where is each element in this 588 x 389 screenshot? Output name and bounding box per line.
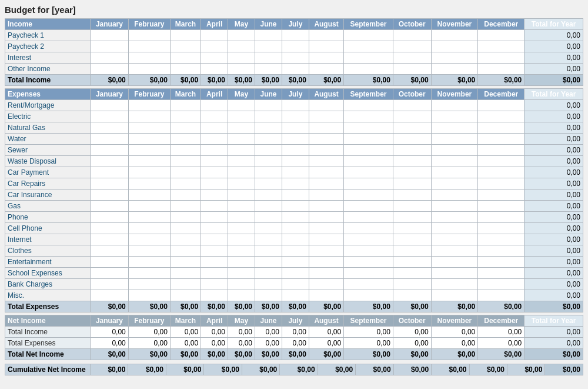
expense-cell[interactable] [309, 268, 343, 279]
expense-cell[interactable] [431, 111, 478, 122]
income-cell[interactable] [91, 52, 129, 64]
expense-cell[interactable] [431, 178, 478, 189]
expense-cell[interactable] [170, 167, 201, 178]
expense-cell[interactable] [393, 268, 431, 279]
expense-cell[interactable] [128, 201, 170, 212]
expense-cell[interactable] [282, 212, 309, 223]
income-cell[interactable] [228, 64, 255, 75]
income-cell[interactable] [255, 64, 282, 75]
expense-cell[interactable] [128, 111, 170, 122]
expense-cell[interactable] [128, 212, 170, 223]
income-cell[interactable] [255, 52, 282, 64]
expense-cell[interactable] [255, 167, 282, 178]
income-cell[interactable] [393, 41, 431, 52]
expense-cell[interactable] [228, 145, 255, 156]
expense-cell[interactable] [91, 111, 129, 122]
expense-cell[interactable] [431, 134, 478, 145]
income-cell[interactable] [282, 52, 309, 64]
expense-cell[interactable] [393, 245, 431, 257]
expense-cell[interactable] [309, 189, 343, 201]
income-cell[interactable] [170, 52, 201, 64]
expense-cell[interactable] [91, 279, 129, 290]
expense-cell[interactable] [91, 201, 129, 212]
income-cell[interactable] [431, 52, 478, 64]
expense-cell[interactable] [431, 212, 478, 223]
income-cell[interactable] [393, 30, 431, 41]
expense-cell[interactable] [393, 167, 431, 178]
expense-cell[interactable] [478, 245, 524, 257]
expense-cell[interactable] [170, 145, 201, 156]
expense-cell[interactable] [91, 223, 129, 234]
expense-cell[interactable] [128, 134, 170, 145]
expense-cell[interactable] [170, 156, 201, 167]
expense-cell[interactable] [255, 245, 282, 257]
expense-cell[interactable] [228, 257, 255, 268]
expense-cell[interactable] [344, 245, 393, 257]
expense-cell[interactable] [91, 245, 129, 257]
expense-cell[interactable] [478, 167, 524, 178]
income-cell[interactable] [344, 52, 393, 64]
expense-cell[interactable] [282, 122, 309, 134]
expense-cell[interactable] [431, 167, 478, 178]
expense-cell[interactable] [309, 234, 343, 245]
expense-cell[interactable] [393, 100, 431, 111]
expense-cell[interactable] [344, 156, 393, 167]
expense-cell[interactable] [91, 134, 129, 145]
expense-cell[interactable] [201, 134, 228, 145]
expense-cell[interactable] [478, 234, 524, 245]
expense-cell[interactable] [478, 156, 524, 167]
expense-cell[interactable] [201, 245, 228, 257]
expense-cell[interactable] [478, 290, 524, 301]
expense-cell[interactable] [344, 212, 393, 223]
expense-cell[interactable] [228, 212, 255, 223]
expense-cell[interactable] [309, 245, 343, 257]
expense-cell[interactable] [282, 134, 309, 145]
expense-cell[interactable] [91, 212, 129, 223]
expense-cell[interactable] [170, 223, 201, 234]
income-cell[interactable] [478, 41, 524, 52]
expense-cell[interactable] [344, 290, 393, 301]
expense-cell[interactable] [255, 201, 282, 212]
income-cell[interactable] [91, 30, 129, 41]
expense-cell[interactable] [344, 234, 393, 245]
expense-cell[interactable] [170, 290, 201, 301]
expense-cell[interactable] [344, 223, 393, 234]
expense-cell[interactable] [393, 257, 431, 268]
expense-cell[interactable] [309, 134, 343, 145]
expense-cell[interactable] [431, 201, 478, 212]
expense-cell[interactable] [431, 156, 478, 167]
expense-cell[interactable] [228, 245, 255, 257]
expense-cell[interactable] [128, 223, 170, 234]
income-cell[interactable] [282, 41, 309, 52]
expense-cell[interactable] [282, 257, 309, 268]
expense-cell[interactable] [431, 268, 478, 279]
expense-cell[interactable] [309, 201, 343, 212]
expense-cell[interactable] [201, 145, 228, 156]
expense-cell[interactable] [478, 212, 524, 223]
expense-cell[interactable] [478, 111, 524, 122]
expense-cell[interactable] [128, 167, 170, 178]
expense-cell[interactable] [201, 201, 228, 212]
expense-cell[interactable] [128, 145, 170, 156]
expense-cell[interactable] [344, 145, 393, 156]
expense-cell[interactable] [201, 122, 228, 134]
expense-cell[interactable] [201, 257, 228, 268]
expense-cell[interactable] [393, 122, 431, 134]
income-cell[interactable] [393, 64, 431, 75]
expense-cell[interactable] [91, 257, 129, 268]
expense-cell[interactable] [309, 212, 343, 223]
expense-cell[interactable] [170, 234, 201, 245]
expense-cell[interactable] [170, 212, 201, 223]
income-cell[interactable] [91, 64, 129, 75]
expense-cell[interactable] [228, 122, 255, 134]
expense-cell[interactable] [282, 223, 309, 234]
expense-cell[interactable] [309, 223, 343, 234]
income-cell[interactable] [170, 41, 201, 52]
expense-cell[interactable] [344, 167, 393, 178]
expense-cell[interactable] [128, 189, 170, 201]
expense-cell[interactable] [228, 290, 255, 301]
expense-cell[interactable] [393, 223, 431, 234]
expense-cell[interactable] [255, 257, 282, 268]
expense-cell[interactable] [91, 122, 129, 134]
expense-cell[interactable] [91, 268, 129, 279]
